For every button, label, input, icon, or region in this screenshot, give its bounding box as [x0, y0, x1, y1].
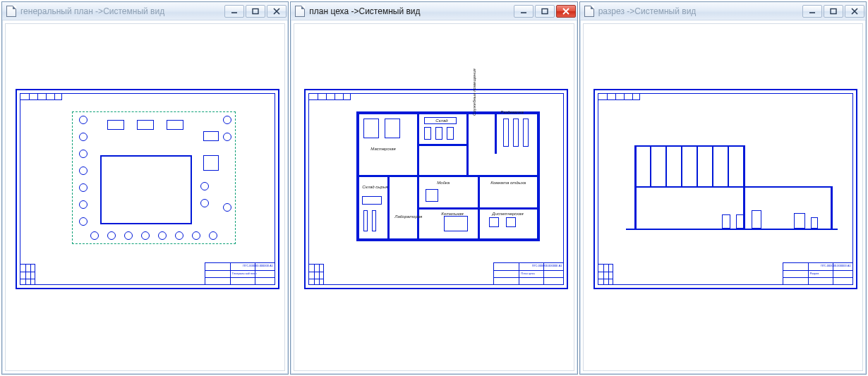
sheet-top-stamp	[598, 93, 640, 100]
column	[712, 145, 713, 186]
tree-icon	[79, 166, 88, 175]
wall-line	[634, 145, 637, 230]
maximize-button[interactable]	[246, 5, 265, 18]
tree-icon	[175, 231, 183, 240]
document-icon	[6, 6, 16, 17]
close-button[interactable]	[267, 5, 287, 18]
equipment	[736, 214, 745, 229]
window-controls	[514, 5, 576, 18]
mdi-window-floor-plan[interactable]: план цеха ->Системный вид ПГС.000000.000…	[290, 1, 577, 375]
partition	[495, 111, 497, 154]
equipment	[794, 213, 805, 229]
document-icon	[295, 6, 305, 17]
minimize-button[interactable]	[514, 5, 534, 18]
room-label: Раздевалка	[500, 110, 523, 114]
sheet-titleblock: ПГС.000000.000000 А1 План цеха	[493, 262, 564, 285]
sheet-top-stamp	[308, 93, 351, 100]
titlebar[interactable]: разрез ->Системный вид	[580, 2, 866, 20]
sheet-left-table	[20, 264, 35, 285]
main-building	[100, 155, 192, 224]
column	[728, 145, 729, 186]
room-label: Склад	[435, 119, 447, 123]
tree-icon	[79, 150, 88, 158]
tree-icon	[107, 231, 116, 240]
equipment	[506, 217, 516, 227]
tree-icon	[79, 200, 88, 209]
svg-rect-1	[542, 8, 548, 13]
equipment	[811, 217, 818, 229]
maximize-button[interactable]	[824, 5, 843, 18]
room-label: Склад сырья	[362, 185, 387, 189]
aux-block	[203, 155, 219, 171]
equipment	[363, 210, 368, 231]
window-title: разрез ->Системный вид	[598, 6, 798, 16]
title-doc: план цеха	[309, 6, 349, 16]
title-doc: генеральный план	[20, 6, 93, 16]
aux-block	[107, 120, 124, 130]
tree-icon	[90, 231, 99, 240]
titleblock-name: Разрез	[810, 272, 819, 275]
minimize-button[interactable]	[224, 5, 244, 18]
window-controls	[224, 5, 287, 18]
wall	[356, 238, 540, 241]
drawing-sheet: ПГС.000000.000000 А1 Генеральный план	[16, 89, 279, 289]
mdi-window-section[interactable]: разрез ->Системный вид ПГС.000000.000000…	[579, 1, 867, 375]
partition	[417, 207, 540, 210]
titleblock-code: ПГС.000000.000000 А1	[821, 264, 851, 267]
equipment	[435, 127, 442, 140]
close-button[interactable]	[556, 5, 576, 18]
drawing-canvas[interactable]: ПГС.000000.000000 А1 Разрез	[583, 23, 863, 371]
column	[665, 145, 667, 186]
partition	[356, 175, 540, 177]
tree-icon	[223, 133, 231, 141]
sheet-left-table	[308, 264, 324, 285]
title-doc: разрез	[598, 6, 625, 16]
equipment	[513, 119, 519, 147]
titlebar[interactable]: план цеха ->Системный вид	[291, 2, 577, 20]
window-title: генеральный план ->Системный вид	[20, 6, 220, 16]
room-label: Служебные помещения	[472, 68, 476, 116]
aux-block	[203, 131, 219, 141]
sheet-titleblock: ПГС.000000.000000 А1 Разрез	[783, 262, 853, 285]
tree-icon	[209, 231, 217, 240]
drawing-canvas[interactable]: ПГС.000000.000000 А1 План цеха	[294, 23, 574, 371]
aux-block	[137, 120, 154, 130]
equipment	[385, 119, 400, 138]
ground-line	[626, 229, 838, 230]
titleblock-code: ПГС.000000.000000 А1	[243, 264, 273, 267]
equipment	[362, 196, 382, 205]
partition	[417, 111, 419, 241]
equipment	[372, 210, 376, 231]
title-view: Системный вид	[359, 6, 421, 16]
equipment	[426, 189, 438, 202]
close-button[interactable]	[845, 5, 864, 18]
equipment	[424, 127, 431, 140]
room-label: Лаборатория	[394, 214, 422, 219]
titlebar[interactable]: генеральный план ->Системный вид	[2, 2, 288, 20]
titleblock-name: План цеха	[521, 272, 534, 275]
title-view: Системный вид	[103, 6, 164, 16]
tree-icon	[158, 231, 167, 240]
column	[650, 145, 651, 186]
title-sep: ->	[349, 6, 358, 16]
aux-block	[167, 120, 183, 130]
room-label: Мастерская	[370, 147, 395, 151]
equipment	[489, 217, 499, 227]
equipment	[444, 216, 468, 231]
equipment	[447, 127, 454, 140]
sheet-top-stamp	[20, 93, 62, 100]
svg-rect-2	[831, 8, 836, 13]
partition	[417, 144, 466, 146]
tree-icon	[192, 231, 200, 240]
window-title: план цеха ->Системный вид	[309, 6, 509, 16]
room-label: Комната отдыха	[490, 181, 526, 185]
maximize-button[interactable]	[535, 5, 555, 18]
room-label: Котельная	[441, 212, 463, 216]
equipment	[363, 119, 379, 138]
title-sep: ->	[625, 6, 634, 16]
minimize-button[interactable]	[802, 5, 822, 18]
room-label: Мойка	[437, 181, 450, 185]
mdi-window-general-plan[interactable]: генеральный план ->Системный вид ПГС.000…	[1, 1, 289, 375]
drawing-canvas[interactable]: ПГС.000000.000000 А1 Генеральный план	[5, 23, 285, 371]
drawing-sheet: ПГС.000000.000000 А1 План цеха	[304, 89, 568, 289]
